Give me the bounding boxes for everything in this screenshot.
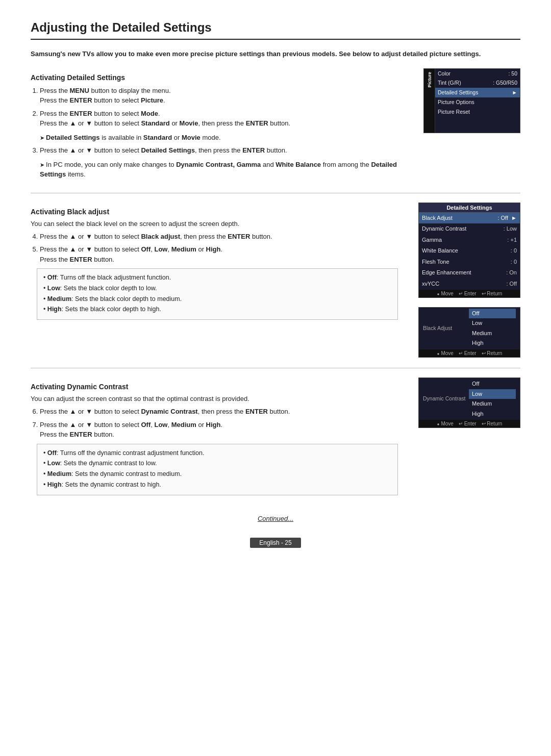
- dynamic-contrast-popup: Dynamic Contrast Off Low Medium High ⬥ M…: [418, 377, 520, 428]
- dc-bullet-off: Off: Turns off the dynamic contrast adju…: [43, 448, 391, 458]
- dc-bullet-low: Low: Sets the dynamic contrast to low.: [43, 459, 391, 468]
- bullet-low: Low: Sets the black color depth to low.: [43, 284, 391, 293]
- step-5: Press the ▲ or ▼ button to select Off, L…: [40, 244, 398, 264]
- dynamic-contrast-bullets: Off: Turns off the dynamic contrast adju…: [37, 444, 398, 495]
- ds-white-balance-row: White Balance : 0: [419, 245, 520, 257]
- ds-xvycc-row: xvYCC : Off: [419, 279, 520, 290]
- dc-option-off: Off: [469, 379, 516, 389]
- menu-picture-reset-row: Picture Reset: [435, 107, 520, 117]
- menu-tint-row: Tint (G/R): G50/R50: [435, 78, 520, 88]
- ds-black-adjust-row: Black Adjust : Off ►: [419, 213, 520, 224]
- detailed-settings-screenshot: Detailed Settings Black Adjust : Off ► D…: [418, 203, 520, 298]
- bullet-medium: Medium: Sets the black color depth to me…: [43, 294, 391, 304]
- intro-text: Samsung's new TVs allow you to make even…: [31, 49, 520, 59]
- continued-text: Continued...: [31, 515, 520, 522]
- step-7: Press the ▲ or ▼ button to select Off, L…: [40, 420, 398, 440]
- bullet-high: High: Sets the black color depth to high…: [43, 305, 391, 314]
- step-1: Press the MENU button to display the men…: [40, 86, 398, 106]
- detailed-settings-footer: ⬥ Move↵ Enter↩ Return: [419, 290, 520, 297]
- dynamic-contrast-popup-footer: ⬥ Move↵ Enter↩ Return: [419, 420, 520, 427]
- dc-option-high: High: [469, 409, 516, 419]
- ds-flesh-tone-row: Flesh Tone : 0: [419, 257, 520, 268]
- detailed-settings-title: Detailed Settings: [419, 203, 520, 213]
- picture-menu-screenshot: Picture Color: 50 Tint (G/R): G50/R50 De…: [423, 68, 520, 134]
- menu-picture-options-row: Picture Options: [435, 97, 520, 107]
- bullet-off: Off: Turns off the black adjustment func…: [43, 273, 391, 283]
- note-1: Detailed Settings is available in Standa…: [40, 133, 398, 143]
- section3-intro: You can adjust the screen contrast so th…: [31, 395, 398, 402]
- step-3: Press the ▲ or ▼ button to select Detail…: [40, 145, 398, 156]
- page-number-badge: English - 25: [250, 538, 300, 548]
- dynamic-contrast-popup-row: Dynamic Contrast Off Low Medium High: [419, 378, 520, 420]
- dc-bullet-medium: Medium: Sets the dynamic contrast to med…: [43, 469, 391, 479]
- section2-title: Activating Black adjust: [31, 208, 398, 216]
- section1-title: Activating Detailed Settings: [31, 73, 398, 82]
- sidebar-picture-label: Picture: [427, 71, 432, 89]
- black-adjust-popup-row: Black Adjust Off Low Medium High: [419, 308, 520, 349]
- section3-title: Activating Dynamic Contrast: [31, 383, 398, 391]
- ds-gamma-row: Gamma : +1: [419, 235, 520, 246]
- page-title: Adjusting the Detailed Settings: [31, 20, 520, 40]
- ba-option-medium: Medium: [469, 329, 516, 339]
- step-4: Press the ▲ or ▼ button to select Black …: [40, 232, 398, 242]
- step-6: Press the ▲ or ▼ button to select Dynami…: [40, 407, 398, 417]
- dc-option-low: Low: [469, 389, 516, 399]
- ba-option-high: High: [469, 338, 516, 348]
- black-adjust-bullets: Off: Turns off the black adjustment func…: [37, 268, 398, 320]
- menu-color-row: Color: 50: [435, 69, 520, 79]
- section2-intro: You can select the black level on the sc…: [31, 220, 398, 228]
- step-2: Press the ENTER button to select Mode.Pr…: [40, 109, 398, 129]
- dc-option-medium: Medium: [469, 399, 516, 409]
- note-2: In PC mode, you can only make changes to…: [40, 160, 398, 180]
- ba-option-low: Low: [469, 318, 516, 329]
- black-adjust-popup: Black Adjust Off Low Medium High ⬥ Move↵…: [418, 307, 520, 358]
- black-adjust-popup-footer: ⬥ Move↵ Enter↩ Return: [419, 349, 520, 357]
- dc-bullet-high: High: Sets the dynamic contrast to high.: [43, 480, 391, 490]
- ds-edge-enhancement-row: Edge Enhancement : On: [419, 267, 520, 279]
- menu-detailed-settings-row: Detailed Settings►: [435, 88, 520, 97]
- ds-dynamic-contrast-row: Dynamic Contrast : Low: [419, 223, 520, 235]
- ba-option-off: Off: [469, 309, 516, 319]
- page-footer: English - 25: [31, 538, 520, 548]
